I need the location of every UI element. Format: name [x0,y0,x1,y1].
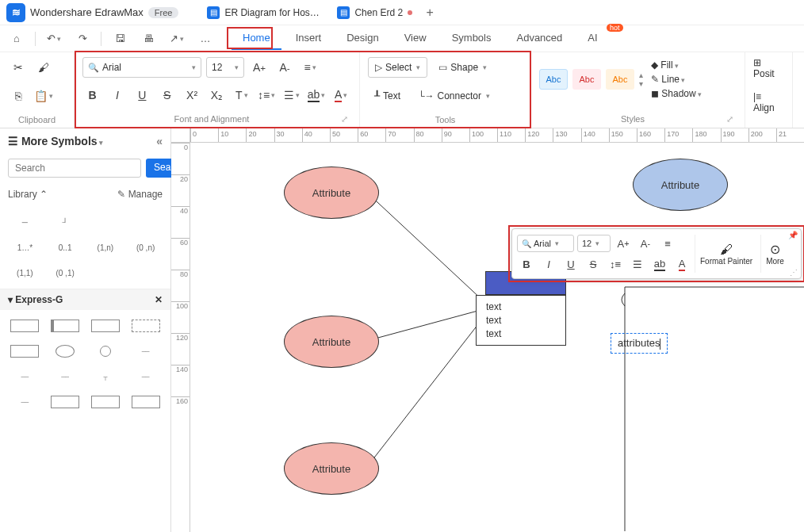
list-icon[interactable]: ☰▾ [281,85,301,105]
bold-icon[interactable]: B [517,255,536,274]
new-tab-button[interactable]: + [423,6,436,19]
cardinality-item[interactable]: 0..1 [48,238,82,257]
scroll-down-icon[interactable]: ▾ [639,79,643,88]
strikethrough-icon[interactable]: S [157,85,177,105]
shape-item[interactable] [48,392,82,411]
highlight-icon[interactable]: ab [650,255,669,274]
document-tab[interactable]: ▤ Chen Erd 2 [331,3,419,22]
cardinality-item[interactable]: (1,n) [89,238,123,257]
shape-item[interactable]: ┬ [89,367,123,386]
pin-icon[interactable]: 📌 [788,231,798,239]
tab-insert[interactable]: Insert [285,27,333,50]
cut-icon[interactable]: ✂ [8,57,29,78]
save-icon[interactable]: 🖫 [109,29,130,49]
shape-item[interactable] [8,342,42,361]
collapse-icon[interactable]: « [156,135,163,147]
undo-icon[interactable]: ↶▾ [44,29,64,49]
close-icon[interactable]: ✕ [155,294,163,305]
tab-ai[interactable]: AIhot [576,27,608,50]
decrease-font-icon[interactable]: A- [274,57,295,78]
manage-button[interactable]: ✎ Manage [117,189,163,200]
cardinality-item[interactable]: (1,1) [8,263,42,282]
font-color-icon[interactable]: A [672,255,691,274]
cardinality-item[interactable]: 1…* [8,238,42,257]
attribute-ellipse[interactable]: Attribute [633,159,728,211]
section-header[interactable]: ▾ Express-G ✕ [0,289,170,310]
style-swatch[interactable]: Abc [539,69,568,90]
align-dropdown-icon[interactable]: ≡▾ [300,57,320,78]
format-painter-button[interactable]: 🖌 Format Painter [695,235,757,273]
cardinality-item[interactable] [89,212,123,232]
cardinality-item[interactable] [128,212,163,232]
format-painter-icon[interactable]: 🖌 [33,57,54,78]
chevron-down-icon[interactable]: ▾ [99,139,103,147]
bullet-list-icon[interactable]: ☰ [628,255,647,274]
symbol-search-input[interactable] [8,159,141,178]
text-case-icon[interactable]: T▾ [232,85,251,105]
shape-item[interactable] [89,392,123,411]
cardinality-item[interactable]: ─ [8,212,42,232]
tab-advanced[interactable]: Advanced [505,27,573,50]
cardinality-item[interactable]: (0 ,n) [128,238,163,257]
cardinality-item[interactable]: ┘ [48,212,82,232]
line-spacing-icon[interactable]: ↕≡▾ [257,85,277,105]
font-color-icon[interactable]: A▾ [331,85,351,105]
attribute-ellipse[interactable]: Attribute [284,166,379,219]
tab-design[interactable]: Design [335,27,389,50]
font-size-select[interactable]: 12▾ [206,57,244,78]
shape-item[interactable] [48,342,82,361]
editing-text-box[interactable]: attributes [611,333,668,354]
shape-item[interactable]: ── [8,392,42,411]
shape-item[interactable] [128,316,163,335]
text-box[interactable]: text text text [476,295,566,346]
home-icon[interactable]: ⌂ [6,29,27,49]
library-label[interactable]: Library ⌃ [8,189,48,200]
canvas[interactable]: Attribute Attribute Attribute Attribute … [190,143,804,532]
shape-item[interactable] [89,342,123,361]
highlight-icon[interactable]: ab▾ [306,85,326,105]
strikethrough-icon[interactable]: S [584,255,603,274]
shape-button[interactable]: ▭ Shape▾ [432,57,493,78]
italic-icon[interactable]: I [539,255,558,274]
style-swatch[interactable]: Abc [572,69,601,90]
underline-icon[interactable]: U [561,255,580,274]
shape-item[interactable]: ── [128,367,163,386]
shape-item[interactable] [128,392,163,411]
document-tab[interactable]: ▤ ER Diagram for Hosp... [201,3,326,22]
increase-font-icon[interactable]: A+ [614,234,633,253]
tab-view[interactable]: View [393,27,438,50]
connector-button[interactable]: └→ Connector▾ [412,86,496,106]
tab-home[interactable]: Home [232,27,281,50]
export-icon[interactable]: ↗▾ [167,29,187,49]
cardinality-item[interactable]: (0 ,1) [48,263,82,282]
shadow-button[interactable]: ◼ Shadow▾ [651,88,702,99]
float-font-select[interactable]: 🔍Arial▾ [517,235,574,252]
shape-item[interactable]: ── [48,367,82,386]
attribute-ellipse[interactable]: Attribute [284,442,379,495]
align-icon[interactable]: ≡ [658,234,677,253]
scroll-up-icon[interactable]: ▴ [639,71,643,79]
position-button[interactable]: ⊞ Posit [753,57,784,79]
shape-item[interactable] [48,316,82,335]
align-button[interactable]: |≡ Align [753,91,784,113]
underline-icon[interactable]: U [132,85,152,105]
resize-handle-icon[interactable]: ⋰ [790,268,798,277]
shape-item[interactable]: ── [8,367,42,386]
superscript-icon[interactable]: X² [182,85,201,105]
bold-icon[interactable]: B [82,85,102,105]
attribute-ellipse[interactable]: Attribute [284,316,379,368]
fill-button[interactable]: ◆ Fill▾ [651,59,702,71]
line-spacing-icon[interactable]: ↕≡ [606,255,625,274]
shape-item[interactable]: ── [128,342,163,361]
decrease-font-icon[interactable]: A- [636,234,655,253]
tab-symbols[interactable]: Symbols [441,27,503,50]
increase-font-icon[interactable]: A+ [249,57,270,78]
subscript-icon[interactable]: X₂ [207,85,227,105]
text-button[interactable]: ┸ Text [368,86,407,106]
font-family-select[interactable]: 🔍Arial▾ [82,57,201,78]
print-icon[interactable]: 🖶 [138,29,159,49]
shape-item[interactable] [89,316,123,335]
more-button[interactable]: ⊙ More [760,235,789,273]
select-button[interactable]: ▷ Select▾ [368,57,427,78]
style-swatch[interactable]: Abc [606,69,634,90]
